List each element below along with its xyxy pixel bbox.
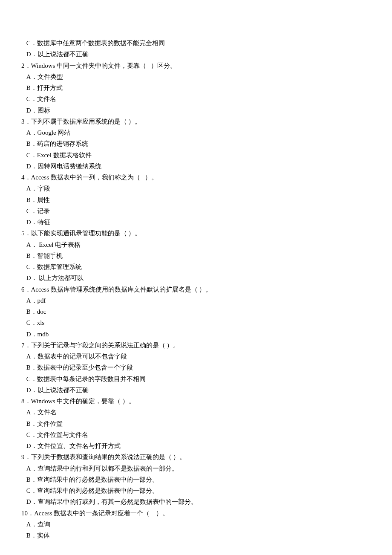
- option-line: D．图标: [21, 105, 371, 116]
- question-block: 9．下列关于数据表和查询结果的关系说法正确的是（ ）。 A．查询结果中的行和列可…: [21, 451, 371, 507]
- option-line: C．记录: [21, 205, 371, 217]
- option-line: D．特征: [21, 217, 371, 228]
- fragment-options-block: C．数据库中任意两个数据表的数据不能完全相同 D．以上说法都不正确: [21, 38, 371, 60]
- option-line: C．文件位置与文件名: [21, 429, 371, 440]
- option-line: A．文件类型: [21, 71, 371, 82]
- option-line: A．文件名: [21, 407, 371, 418]
- question-block: 5．以下能实现通讯录管理功能的是（ ）。 A． Excel 电子表格 B．智能手…: [21, 228, 371, 283]
- option-line: C．数据库中任意两个数据表的数据不能完全相同: [21, 38, 371, 49]
- option-line: C．数据表中每条记录的字段数目并不相同: [21, 373, 371, 384]
- question-text: 3．下列不属于数据库应用系统的是（ ）。: [21, 116, 371, 127]
- option-line: C．数据库管理系统: [21, 261, 371, 272]
- question-block: 7．下列关于记录与字段之间的关系说法正确的是（ ）。 A．数据表中的记录可以不包…: [21, 340, 371, 396]
- option-line: B．药店的进销存系统: [21, 138, 371, 149]
- option-line: B．属性: [21, 194, 371, 205]
- option-line: C．xls: [21, 317, 371, 328]
- question-block: 6．Access 数据库管理系统使用的数据库文件默认的扩展名是（ ）。 A．pd…: [21, 284, 371, 340]
- option-line: A． Excel 电子表格: [21, 239, 371, 250]
- question-text: 7．下列关于记录与字段之间的关系说法正确的是（ ）。: [21, 340, 371, 351]
- option-line: D．因特网电话费缴纳系统: [21, 161, 371, 172]
- option-line: A．查询结果中的行和列可以都不是数据表的一部分。: [21, 463, 371, 474]
- document-page: C．数据库中任意两个数据表的数据不能完全相同 D．以上说法都不正确 2．Wind…: [0, 0, 392, 555]
- option-line: A．pdf: [21, 295, 371, 306]
- option-line: C．查询结果中的列必然是数据表中的一部分。: [21, 485, 371, 496]
- option-line: D．文件位置、文件名与打开方式: [21, 440, 371, 451]
- option-line: B．打开方式: [21, 82, 371, 93]
- option-line: B．查询结果中的行必然是数据表中的一部分。: [21, 474, 371, 485]
- question-text: 10．Access 数据表中的一条记录对应着一个（ ）。: [21, 508, 371, 519]
- question-text: 9．下列关于数据表和查询结果的关系说法正确的是（ ）。: [21, 451, 371, 462]
- option-line: D．以上说法都不正确: [21, 384, 371, 396]
- option-line: B．文件位置: [21, 418, 371, 429]
- option-line: B．doc: [21, 306, 371, 317]
- option-line: A．Google 网站: [21, 127, 371, 138]
- question-text: 4．Access 数据表中的一列，我们称之为（ ）。: [21, 172, 371, 183]
- option-line: B．实体: [21, 530, 371, 541]
- question-block: 2．Windows 中同一文件夹中的文件，要靠（ ）区分。 A．文件类型 B．打…: [21, 60, 371, 116]
- option-line: D．查询结果中的行或列，有其一必然是数据表中的一部分。: [21, 496, 371, 507]
- question-text: 5．以下能实现通讯录管理功能的是（ ）。: [21, 228, 371, 239]
- option-line: B．智能手机: [21, 250, 371, 261]
- option-line: C．文件名: [21, 93, 371, 104]
- option-line: A．数据表中的记录可以不包含字段: [21, 351, 371, 362]
- question-text: 8．Windows 中文件的确定，要靠（ ）。: [21, 396, 371, 407]
- question-block: 4．Access 数据表中的一列，我们称之为（ ）。 A．字段 B．属性 C．记…: [21, 172, 371, 228]
- question-text: 2．Windows 中同一文件夹中的文件，要靠（ ）区分。: [21, 60, 371, 71]
- question-block: 10．Access 数据表中的一条记录对应着一个（ ）。 A．查询 B．实体: [21, 508, 371, 541]
- question-block: 8．Windows 中文件的确定，要靠（ ）。 A．文件名 B．文件位置 C．文…: [21, 396, 371, 451]
- option-line: A．查询: [21, 519, 371, 530]
- question-text: 6．Access 数据库管理系统使用的数据库文件默认的扩展名是（ ）。: [21, 284, 371, 295]
- option-line: A．字段: [21, 183, 371, 194]
- option-line: C．Excel 数据表格软件: [21, 150, 371, 161]
- option-line: D．mdb: [21, 329, 371, 340]
- option-line: D．以上说法都不正确: [21, 49, 371, 60]
- question-block: 3．下列不属于数据库应用系统的是（ ）。 A．Google 网站 B．药店的进销…: [21, 116, 371, 172]
- option-line: D． 以上方法都可以: [21, 272, 371, 283]
- option-line: B．数据表中的记录至少包含一个字段: [21, 362, 371, 373]
